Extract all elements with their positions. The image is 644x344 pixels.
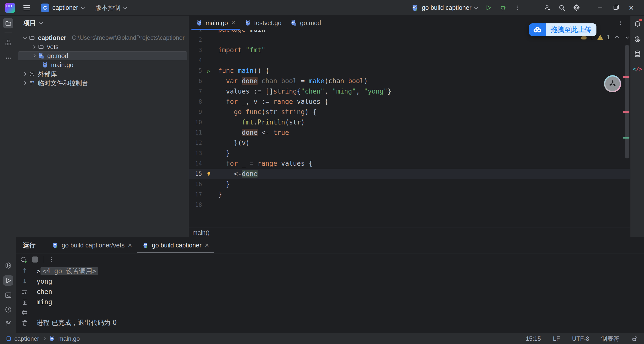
- line-number[interactable]: 1: [189, 30, 204, 35]
- structure-toolwindow-icon[interactable]: [3, 37, 13, 48]
- more-toolwindows-icon[interactable]: [3, 53, 13, 63]
- code-line-18[interactable]: 18: [189, 200, 630, 210]
- code-line-17[interactable]: 17}: [189, 189, 630, 200]
- code-line-13[interactable]: 13 }: [189, 148, 630, 158]
- ai-assistant-floating-button[interactable]: [604, 75, 621, 92]
- code-line-2[interactable]: 2: [189, 35, 630, 45]
- line-number[interactable]: 18: [189, 200, 204, 210]
- code-text[interactable]: for _, v := range values {: [214, 97, 328, 107]
- run-button[interactable]: [483, 2, 494, 13]
- code-text[interactable]: values := []string{"chen", "ming", "yong…: [214, 86, 391, 97]
- code-text[interactable]: fmt.Println(str): [214, 117, 305, 127]
- code-text[interactable]: <-done: [214, 169, 258, 179]
- code-line-8[interactable]: 8 for _, v := range values {: [189, 97, 630, 107]
- code-text[interactable]: for _ = range values {: [214, 158, 313, 169]
- tree-row-gomod[interactable]: go.mod: [18, 51, 187, 60]
- line-number[interactable]: 9: [189, 107, 204, 117]
- code-text[interactable]: [214, 35, 218, 45]
- code-text[interactable]: [214, 55, 218, 66]
- code-line-11[interactable]: 11 done <- true: [189, 127, 630, 138]
- project-toolwindow-icon[interactable]: [3, 18, 13, 28]
- previous-problem-icon[interactable]: [615, 36, 619, 39]
- line-number[interactable]: 2: [189, 35, 204, 45]
- more-actions-button[interactable]: [512, 2, 523, 13]
- breadcrumb-file[interactable]: main.go: [58, 335, 80, 342]
- code-line-12[interactable]: 12 }(v): [189, 138, 630, 148]
- readonly-lock-icon[interactable]: [631, 336, 637, 342]
- line-ending[interactable]: LF: [553, 335, 560, 342]
- code-text[interactable]: [214, 200, 218, 210]
- code-text[interactable]: func main() {: [214, 66, 269, 76]
- code-line-14[interactable]: 14 for _ = range values {: [189, 158, 630, 169]
- line-number[interactable]: 5: [189, 66, 204, 76]
- search-icon[interactable]: [556, 2, 568, 13]
- file-encoding[interactable]: UTF-8: [572, 335, 589, 342]
- tab-go-mod[interactable]: go.mod: [286, 16, 326, 30]
- run-tab-captioner[interactable]: go build captioner ✕: [137, 237, 214, 253]
- terminal-toolwindow-icon[interactable]: [3, 290, 13, 300]
- code-text[interactable]: }: [214, 179, 230, 189]
- soft-wrap-icon[interactable]: [21, 289, 28, 295]
- rerun-button[interactable]: [20, 256, 27, 263]
- line-number[interactable]: 16: [189, 179, 204, 189]
- line-number[interactable]: 12: [189, 138, 204, 148]
- code-line-15[interactable]: 15 <-done: [189, 169, 630, 179]
- services-toolwindow-icon[interactable]: [3, 260, 13, 271]
- minimize-button[interactable]: [592, 2, 608, 13]
- ai-assistant-toolwindow-icon[interactable]: [632, 34, 642, 44]
- tab-options-icon[interactable]: [618, 16, 624, 30]
- folded-command-chip[interactable]: <4 go 设置调用>: [41, 267, 98, 275]
- code-line-6[interactable]: 6 var done chan bool = make(chan bool): [189, 76, 630, 86]
- tab-main-go[interactable]: main.go ✕: [191, 16, 240, 30]
- code-plugin-toolwindow-icon[interactable]: </>: [632, 64, 642, 74]
- close-tab-icon[interactable]: ✕: [128, 242, 132, 249]
- database-toolwindow-icon[interactable]: [632, 49, 642, 59]
- error-stripe-mark[interactable]: [623, 111, 629, 113]
- run-configuration-selector[interactable]: go build captioner: [409, 3, 479, 13]
- code-with-me-button[interactable]: [542, 2, 553, 13]
- tab-testvet-go[interactable]: testvet.go: [240, 16, 286, 30]
- intention-bulb-icon[interactable]: [204, 169, 214, 179]
- print-icon[interactable]: [21, 309, 28, 316]
- run-tab-vets[interactable]: go build captioner/vets ✕: [47, 237, 137, 253]
- tree-row-vets[interactable]: vets: [16, 42, 189, 51]
- line-number[interactable]: 15: [189, 169, 204, 179]
- close-tab-icon[interactable]: ✕: [205, 242, 209, 249]
- line-number[interactable]: 10: [189, 117, 204, 127]
- tree-row-external-libraries[interactable]: 外部库: [16, 69, 189, 78]
- close-button[interactable]: ✕: [623, 2, 639, 13]
- code-editor[interactable]: 1package main23import "fmt"45▷func main(…: [189, 30, 630, 228]
- vcs-widget[interactable]: 版本控制: [93, 2, 129, 13]
- code-line-4[interactable]: 4: [189, 55, 630, 66]
- code-line-9[interactable]: 9 go func(str string) {: [189, 107, 630, 117]
- line-number[interactable]: 11: [189, 127, 204, 138]
- line-number[interactable]: 8: [189, 97, 204, 107]
- run-line-icon[interactable]: ▷: [204, 66, 214, 76]
- editor-scrollbar[interactable]: [625, 45, 629, 158]
- breadcrumb-project[interactable]: captioner: [14, 335, 39, 342]
- tree-row-root[interactable]: captioner C:\Users\meowr\GolandProjects\…: [16, 33, 189, 42]
- tree-row-maingo[interactable]: main.go: [16, 60, 189, 69]
- project-panel-header[interactable]: 项目: [16, 16, 189, 30]
- line-number[interactable]: 4: [189, 55, 204, 66]
- prev-occurrence-icon[interactable]: ↑: [22, 267, 27, 274]
- code-line-5[interactable]: 5▷func main() {: [189, 66, 630, 76]
- console-command-line[interactable]: ><4 go 设置调用>: [36, 266, 644, 276]
- notifications-bell-icon[interactable]: [632, 19, 642, 29]
- debug-button[interactable]: [498, 2, 509, 13]
- cursor-position[interactable]: 15:15: [526, 335, 541, 342]
- error-stripe-mark[interactable]: [623, 137, 629, 139]
- tree-row-scratches[interactable]: 临时文件和控制台: [16, 78, 189, 88]
- project-widget[interactable]: C captioner: [38, 2, 86, 14]
- code-line-10[interactable]: 10 fmt.Println(str): [189, 117, 630, 127]
- code-line-16[interactable]: 16 }: [189, 179, 630, 189]
- close-tab-icon[interactable]: ✕: [231, 20, 235, 26]
- code-text[interactable]: import "fmt": [214, 45, 265, 55]
- code-text[interactable]: }: [214, 148, 230, 158]
- code-text[interactable]: done <- true: [214, 127, 289, 138]
- line-number[interactable]: 3: [189, 45, 204, 55]
- next-occurrence-icon[interactable]: ↓: [22, 278, 27, 285]
- line-number[interactable]: 14: [189, 158, 204, 169]
- run-console[interactable]: ><4 go 设置调用> yongchenming 进程 已完成，退出代码为 0: [33, 266, 644, 333]
- code-text[interactable]: }(v): [214, 138, 250, 148]
